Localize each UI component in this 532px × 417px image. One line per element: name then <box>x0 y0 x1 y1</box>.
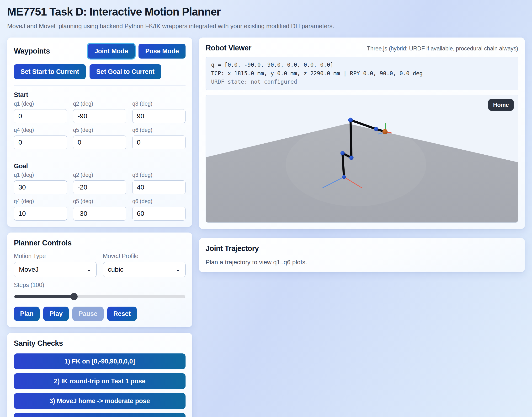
waypoints-panel: Waypoints Joint Mode Pose Mode Set Start… <box>7 38 192 227</box>
goal-q6-input[interactable] <box>132 207 186 220</box>
goal-q2-input[interactable] <box>73 180 126 194</box>
joint-sphere-4 <box>348 118 353 122</box>
robot-viewer-header: Robot Viewer Three.js (hybrid: URDF if a… <box>206 44 518 52</box>
start-q3-input[interactable] <box>132 109 186 123</box>
robot-viewer-panel: Robot Viewer Three.js (hybrid: URDF if a… <box>199 38 525 229</box>
home-button[interactable]: Home <box>488 99 514 111</box>
joint-sphere-5 <box>374 127 378 131</box>
robot-3d-viewport[interactable]: Home <box>206 95 518 223</box>
goal-q5-label: q5 (deg) <box>73 198 126 205</box>
goal-q1-input[interactable] <box>14 180 67 194</box>
start-q6-input[interactable] <box>132 136 186 149</box>
joint-sphere-3 <box>349 156 354 160</box>
start-q3-label: q3 (deg) <box>132 101 186 107</box>
chevron-down-icon: ⌄ <box>175 267 181 272</box>
goal-fields-grid: q1 (deg) q2 (deg) q3 (deg) q4 (deg) <box>14 172 186 220</box>
start-q2-field: q2 (deg) <box>73 101 126 123</box>
start-q4-label: q4 (deg) <box>14 127 67 133</box>
tcp-marker <box>382 129 388 134</box>
start-q1-label: q1 (deg) <box>14 101 67 107</box>
movej-profile-group: MoveJ Profile cubic ⌄ <box>103 253 186 277</box>
goal-q3-label: q3 (deg) <box>132 172 186 178</box>
pose-mode-button[interactable]: Pose Mode <box>139 44 186 59</box>
goal-q4-field: q4 (deg) <box>14 198 67 220</box>
steps-slider[interactable] <box>14 292 186 301</box>
goal-q2-label: q2 (deg) <box>73 172 126 178</box>
planner-controls-panel: Planner Controls Motion Type MoveJ ⌄ Mov… <box>7 232 192 327</box>
goal-q1-label: q1 (deg) <box>14 172 67 178</box>
start-q6-field: q6 (deg) <box>132 127 186 149</box>
movej-profile-value: cubic <box>108 266 123 273</box>
joint-mode-button[interactable]: Joint Mode <box>88 44 135 59</box>
robot-scene <box>206 95 518 222</box>
page-title: ME7751 Task D: Interactive Motion Planne… <box>7 3 525 18</box>
goal-q3-field: q3 (deg) <box>132 172 186 194</box>
start-q5-label: q5 (deg) <box>73 127 126 133</box>
start-q4-field: q4 (deg) <box>14 127 67 149</box>
sanity-button-list: 1) FK on [0,-90,90,0,0,0] 2) IK round-tr… <box>14 354 186 417</box>
pause-button[interactable]: Pause <box>72 307 104 321</box>
start-q6-label: q6 (deg) <box>132 127 186 133</box>
right-column: Robot Viewer Three.js (hybrid: URDF if a… <box>199 38 525 272</box>
page-root: ME7751 Task D: Interactive Motion Planne… <box>0 0 532 417</box>
planner-selects-grid: Motion Type MoveJ ⌄ MoveJ Profile cubic … <box>14 253 186 277</box>
engine-note: Three.js (hybrid: URDF if available, pro… <box>367 45 518 52</box>
main-columns: Waypoints Joint Mode Pose Mode Set Start… <box>7 38 525 417</box>
sanity-checks-title: Sanity Checks <box>14 339 186 348</box>
joint-trajectory-message: Plan a trajectory to view q1..q6 plots. <box>206 259 518 266</box>
movej-profile-select[interactable]: cubic ⌄ <box>103 262 186 277</box>
steps-label: Steps (100) <box>14 281 186 288</box>
urdf-state-readout: URDF state: not configured <box>211 78 513 86</box>
steps-slider-fill <box>14 295 74 298</box>
sanity-check-3-button[interactable]: 3) MoveJ home -> moderate pose <box>14 393 186 409</box>
goal-q2-field: q2 (deg) <box>73 172 126 194</box>
set-start-to-current-button[interactable]: Set Start to Current <box>14 64 86 79</box>
goal-q1-field: q1 (deg) <box>14 172 67 194</box>
robot-viewer-title: Robot Viewer <box>206 44 251 52</box>
play-button[interactable]: Play <box>43 307 69 321</box>
start-q2-label: q2 (deg) <box>73 101 126 107</box>
reset-button[interactable]: Reset <box>107 307 137 321</box>
joint-sphere-base <box>342 175 346 179</box>
goal-q5-input[interactable] <box>73 207 126 220</box>
sanity-checks-panel: Sanity Checks 1) FK on [0,-90,90,0,0,0] … <box>7 333 192 417</box>
waypoints-title: Waypoints <box>14 47 50 55</box>
start-q5-input[interactable] <box>73 136 126 149</box>
start-q2-input[interactable] <box>73 109 126 123</box>
goal-q3-input[interactable] <box>132 180 186 194</box>
robot-state-readout: q = [0.0, -90.0, 90.0, 0.0, 0.0, 0.0] TC… <box>206 57 518 90</box>
goal-q4-input[interactable] <box>14 207 67 220</box>
page-subtitle: MoveJ and MoveL planning using backend P… <box>7 22 525 30</box>
chevron-down-icon: ⌄ <box>86 267 92 272</box>
plan-button[interactable]: Plan <box>14 307 40 321</box>
goal-q4-label: q4 (deg) <box>14 198 67 205</box>
motion-type-select[interactable]: MoveJ ⌄ <box>14 262 97 277</box>
mode-button-group: Joint Mode Pose Mode <box>88 44 186 59</box>
motion-type-group: Motion Type MoveJ ⌄ <box>14 253 97 277</box>
left-column: Waypoints Joint Mode Pose Mode Set Start… <box>7 38 192 417</box>
tcp-pose-readout: TCP: x=1815.0 mm, y=0.0 mm, z=2290.0 mm … <box>211 69 513 78</box>
start-q5-field: q5 (deg) <box>73 127 126 149</box>
motion-type-value: MoveJ <box>19 266 39 273</box>
joint-trajectory-title: Joint Trajectory <box>206 244 518 253</box>
link-1 <box>342 153 344 177</box>
planner-controls-title: Planner Controls <box>14 239 186 247</box>
goal-q6-field: q6 (deg) <box>132 198 186 220</box>
movej-profile-label: MoveJ Profile <box>103 253 186 260</box>
goal-q5-field: q5 (deg) <box>73 198 126 220</box>
motion-type-label: Motion Type <box>14 253 97 260</box>
set-goal-to-current-button[interactable]: Set Goal to Current <box>90 64 161 79</box>
start-q4-input[interactable] <box>14 136 67 149</box>
sanity-check-2-button[interactable]: 2) IK round-trip on Test 1 pose <box>14 373 186 389</box>
ground-highlight <box>286 123 426 206</box>
waypoints-header: Waypoints Joint Mode Pose Mode <box>14 44 186 59</box>
link-3 <box>351 120 351 158</box>
start-q1-input[interactable] <box>14 109 67 123</box>
set-current-row: Set Start to Current Set Goal to Current <box>14 64 186 85</box>
sanity-check-1-button[interactable]: 1) FK on [0,-90,90,0,0,0] <box>14 354 186 369</box>
sanity-check-4-button[interactable]: 4) MoveL between random reachable poses <box>14 413 186 417</box>
start-goal-divider <box>14 156 186 156</box>
joint-values-readout: q = [0.0, -90.0, 90.0, 0.0, 0.0, 0.0] <box>211 61 513 69</box>
slider-thumb[interactable] <box>70 293 78 300</box>
start-group-title: Start <box>14 91 186 99</box>
